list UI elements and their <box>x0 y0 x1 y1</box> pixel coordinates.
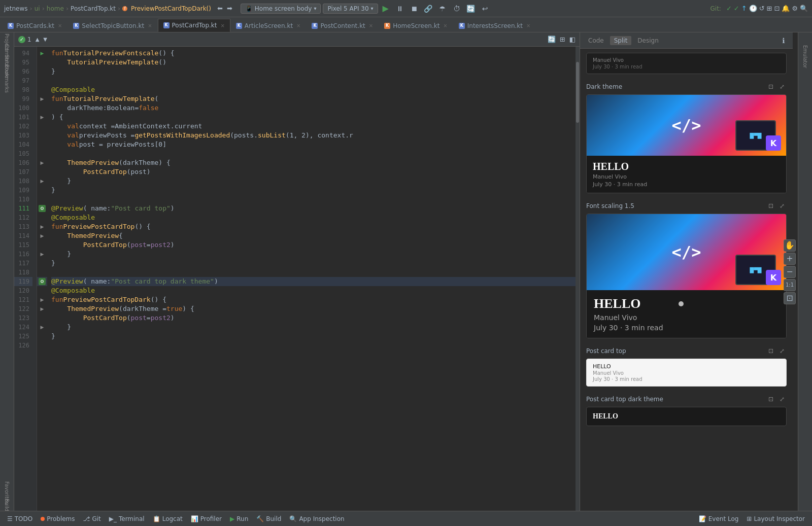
code-lines[interactable]: fun TutorialPreviewFontscale() { Tutoria… <box>47 47 576 511</box>
tab-postcontent-close[interactable]: × <box>369 23 373 28</box>
git-checkmark1[interactable]: ✓ <box>726 5 732 12</box>
preview-counter-down[interactable]: ▼ <box>43 37 47 42</box>
light-save-btn[interactable]: ⊡ <box>766 346 775 356</box>
gutter-116[interactable]: ▶ <box>37 250 47 259</box>
coverage-button[interactable]: ☂ <box>437 3 448 14</box>
dark2-expand-btn[interactable]: ⤢ <box>777 395 787 404</box>
tab-postcontent[interactable]: K PostContent.kt × <box>306 19 379 32</box>
hand-tool[interactable]: ✋ <box>784 239 796 252</box>
tab-postcardtop-close[interactable]: × <box>220 23 224 28</box>
status-git[interactable]: ⎇ Git <box>80 513 104 524</box>
layout-button[interactable]: ⊡ <box>774 5 780 12</box>
ln-105: 105 <box>14 149 32 158</box>
gutter-108[interactable]: ▶ <box>37 177 47 186</box>
gutter-121[interactable]: ▶ <box>37 295 47 304</box>
bookmarks-tool[interactable]: Bookmarks <box>2 73 13 84</box>
breadcrumb-home[interactable]: home <box>47 5 64 12</box>
code-panel: ✓ 1 ▲ ▼ 🔄 ⊞ ◧ 94 95 96 97 98 99 100 101 … <box>14 32 580 511</box>
tab-interestsscreen-close[interactable]: × <box>526 23 530 28</box>
debug-button[interactable]: ⏸ <box>394 3 405 14</box>
nav-forward[interactable]: ➡ <box>227 5 232 12</box>
grid-preview[interactable]: ⊞ <box>560 36 565 43</box>
gutter-106[interactable]: ▶ <box>37 158 47 167</box>
preview-counter-up[interactable]: ▲ <box>36 37 40 42</box>
tab-articlescreen[interactable]: K ArticleScreen.kt × <box>230 19 307 32</box>
zoom-out-btn[interactable]: − <box>784 266 796 278</box>
device-selector[interactable]: Pixel 5 API 30 ▾ <box>323 4 378 14</box>
git-push[interactable]: ↑ <box>741 5 747 12</box>
dark-expand-btn[interactable]: ⤢ <box>777 82 787 91</box>
zoom-in-btn[interactable]: + <box>784 253 796 265</box>
tab-code[interactable]: Code <box>584 36 608 45</box>
profile-button[interactable]: ⏱ <box>451 3 462 14</box>
dark-save-btn[interactable]: ⊡ <box>766 82 775 91</box>
undo-button[interactable]: ↩ <box>480 3 491 14</box>
refresh-preview[interactable]: 🔄 <box>548 36 556 43</box>
tab-selecttopic-close[interactable]: × <box>148 23 152 28</box>
status-logcat[interactable]: 📋 Logcat <box>150 513 186 524</box>
fontscale-save-btn[interactable]: ⊡ <box>766 201 775 211</box>
rollback-button[interactable]: ↺ <box>759 5 765 12</box>
preview-panel-container: Code Split Design ℹ Manuel Vivo July 30 … <box>580 32 798 511</box>
gutter-99[interactable]: ▶ <box>37 94 47 103</box>
build-variants[interactable]: ⊞ <box>767 5 772 12</box>
dark-card-content: HELLO Manuel Vivo July 30 · 3 min read <box>587 156 786 193</box>
breadcrumb-file[interactable]: PostCardTop.kt <box>71 5 116 12</box>
gutter-119[interactable]: ⚙ <box>37 277 47 286</box>
status-layoutinspector[interactable]: ⊞ Layout Inspector <box>743 513 808 524</box>
tab-selecttopic[interactable]: K SelectTopicButton.kt × <box>67 19 157 32</box>
sync-button[interactable]: 🔄 <box>465 3 477 14</box>
status-run[interactable]: ▶ Run <box>227 513 251 524</box>
status-build[interactable]: 🔨 Build <box>253 513 284 524</box>
preview-selector[interactable]: 📱 Home screen body ▾ <box>241 4 321 14</box>
zoom-fit-btn[interactable]: ⊡ <box>784 292 796 304</box>
fontscale-expand-btn[interactable]: ⤢ <box>777 201 787 211</box>
tab-homescreen-close[interactable]: × <box>443 23 447 28</box>
light-post-author: Manuel Vivo <box>593 370 780 376</box>
light-expand-btn[interactable]: ⤢ <box>777 346 787 356</box>
tab-postcards[interactable]: K PostCards.kt × <box>2 19 67 32</box>
gutter-94[interactable]: ▶ <box>37 49 47 58</box>
status-eventlog[interactable]: 📝 Event Log <box>696 513 742 524</box>
gutter-124[interactable]: ▶ <box>37 323 47 332</box>
git-checkmark2[interactable]: ✓ <box>734 5 739 12</box>
status-problems[interactable]: Problems <box>38 513 78 524</box>
layers-preview[interactable]: ◧ <box>569 36 576 43</box>
run-button[interactable]: ▶ <box>380 3 391 14</box>
tab-homescreen[interactable]: K HomeScreen.kt × <box>379 19 453 32</box>
tab-postcards-close[interactable]: × <box>58 23 62 28</box>
dark2-save-btn[interactable]: ⊡ <box>766 395 775 404</box>
code-scroll-thumb[interactable] <box>576 62 579 123</box>
gutter-111[interactable]: ⚙ <box>37 204 47 213</box>
favorites-tool[interactable]: Favorites <box>2 487 13 499</box>
notification-button[interactable]: 🔔 <box>782 5 790 12</box>
attach-button[interactable]: 🔗 <box>423 3 434 14</box>
tab-interestsscreen[interactable]: K InterestsScreen.kt × <box>453 19 536 32</box>
status-profiler[interactable]: 📊 Profiler <box>188 513 225 524</box>
search-button[interactable]: 🔍 <box>800 5 808 12</box>
tab-interestsscreen-label: InterestsScreen.kt <box>467 22 523 29</box>
tab-design[interactable]: Design <box>633 36 662 45</box>
status-appinspection[interactable]: 🔍 App Inspection <box>286 513 347 524</box>
status-todo[interactable]: ☰ TODO <box>4 513 36 524</box>
gutter-122[interactable]: ▶ <box>37 304 47 313</box>
tab-articlescreen-close[interactable]: × <box>296 23 300 28</box>
code-scrollbar[interactable] <box>576 47 580 511</box>
nav-back[interactable]: ⬅ <box>217 5 223 12</box>
build-tool[interactable]: Build <box>2 500 13 511</box>
gutter-114[interactable]: ▶ <box>37 231 47 240</box>
stop-button[interactable]: ⏹ <box>409 3 420 14</box>
gutter-101[interactable]: ▶ <box>37 113 47 122</box>
breadcrumb-ui[interactable]: ui <box>35 5 40 12</box>
gutter-123 <box>37 313 47 323</box>
status-terminal[interactable]: ▶_ Terminal <box>106 513 148 524</box>
history-button[interactable]: 🕐 <box>749 5 757 12</box>
settings-button[interactable]: ⚙ <box>792 5 798 12</box>
gutter-113[interactable]: ▶ <box>37 222 47 231</box>
zoom-ratio-btn[interactable]: 1:1 <box>784 279 796 291</box>
preview-content[interactable]: Manuel Vivo July 30 · 3 min read Dark th… <box>580 49 793 511</box>
tab-postcardtop[interactable]: K PostCardTop.kt × <box>158 19 230 32</box>
emulator-panel[interactable]: Emulator <box>800 37 811 77</box>
tab-split[interactable]: Split <box>610 36 632 45</box>
info-icon[interactable]: ℹ <box>779 36 789 46</box>
